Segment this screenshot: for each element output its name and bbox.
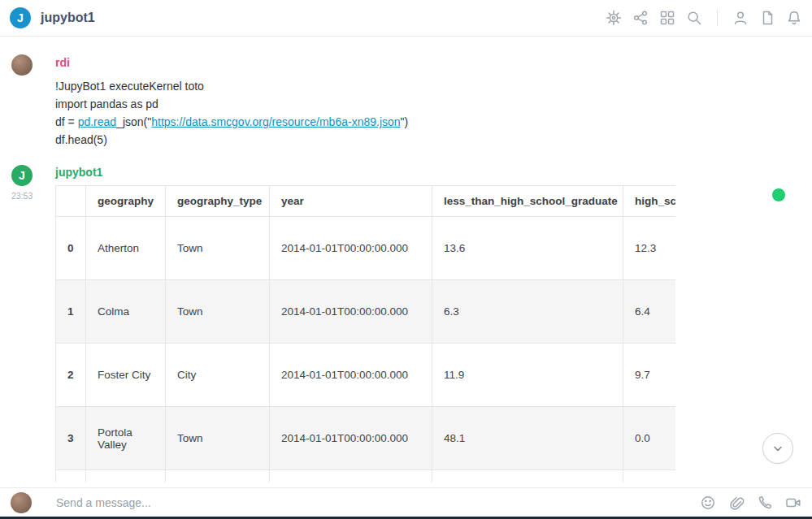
message-line-2: import pandas as pd xyxy=(55,95,408,113)
emoji-icon[interactable] xyxy=(700,495,716,511)
table-cell: 48.1 xyxy=(432,407,623,470)
channel-title: jupybot1 xyxy=(41,11,95,25)
table-cell: 11.9 xyxy=(432,344,623,407)
table-row: 0AthertonTown2014-01-01T00:00:00.00013.6… xyxy=(56,217,676,280)
rdi-username[interactable]: rdi xyxy=(55,56,70,69)
channel-avatar[interactable]: J xyxy=(10,7,31,28)
jupybot1-avatar-letter: J xyxy=(19,169,25,182)
apps-grid-icon[interactable] xyxy=(659,10,675,26)
column-header xyxy=(56,186,86,217)
table-cell xyxy=(623,470,676,483)
table-cell: Town xyxy=(166,217,270,280)
column-header: less_than_high_school_graduate xyxy=(432,186,623,217)
jump-to-recent-button[interactable] xyxy=(762,433,793,464)
rdi-message-body: !JupyBot1 executeKernel toto import pand… xyxy=(55,77,408,149)
message-timestamp: 23:53 xyxy=(11,191,33,201)
message-line-1: !JupyBot1 executeKernel toto xyxy=(55,77,408,95)
column-header: high_sc xyxy=(623,186,676,217)
search-icon[interactable] xyxy=(686,10,702,26)
table-cell: Town xyxy=(166,407,270,470)
table-cell xyxy=(270,470,432,483)
channel-header: J jupybot1 xyxy=(0,0,812,37)
table-cell xyxy=(56,470,86,483)
table-cell: 3 xyxy=(56,407,86,470)
message-line-3: df = pd.read_json("https://data.smcgov.o… xyxy=(55,113,408,131)
rdi-avatar[interactable] xyxy=(11,54,33,76)
message-line-4: df.head(5) xyxy=(55,131,408,149)
table-cell: 2014-01-01T00:00:00.000 xyxy=(270,217,432,280)
table-cell: 6.3 xyxy=(432,280,623,344)
table-cell: 2014-01-01T00:00:00.000 xyxy=(270,407,432,470)
table-cell: 2014-01-01T00:00:00.000 xyxy=(270,280,432,344)
column-header: year xyxy=(270,186,432,217)
code-text: _json(" xyxy=(116,115,151,128)
dataframe-body: 0AthertonTown2014-01-01T00:00:00.00013.6… xyxy=(56,217,676,483)
attachment-icon[interactable] xyxy=(728,495,745,511)
code-text: df = xyxy=(55,115,78,128)
video-icon[interactable] xyxy=(785,495,801,511)
table-cell: 2 xyxy=(56,344,86,407)
table-row: 2Foster CityCity2014-01-01T00:00:00.0001… xyxy=(56,344,676,407)
header-divider xyxy=(717,10,718,26)
column-header: geography xyxy=(86,186,166,217)
dataframe-table-container[interactable]: geographygeography_typeyearless_than_hig… xyxy=(55,185,675,482)
composer-actions xyxy=(700,495,801,511)
table-cell: 13.6 xyxy=(432,217,623,280)
channel-avatar-letter: J xyxy=(17,11,24,24)
bell-icon[interactable] xyxy=(786,10,802,26)
table-row: 1ColmaTown2014-01-01T00:00:00.0006.36.4 xyxy=(56,280,676,344)
header-toolbar xyxy=(606,10,802,26)
files-icon[interactable] xyxy=(759,10,775,26)
table-cell xyxy=(432,470,623,483)
share-icon[interactable] xyxy=(632,10,649,26)
dataset-url-link[interactable]: https://data.smcgov.org/resource/mb6a-xn… xyxy=(151,115,400,128)
dataframe-table: geographygeography_typeyearless_than_hig… xyxy=(55,185,675,482)
table-cell: 9.7 xyxy=(623,344,676,407)
message-input[interactable] xyxy=(56,496,700,509)
jupybot1-username[interactable]: jupybot1 xyxy=(55,166,102,179)
members-icon[interactable] xyxy=(732,10,749,26)
pd-read-link[interactable]: pd.read xyxy=(78,115,116,128)
table-row xyxy=(56,470,676,483)
chat-window: J jupybot1 xyxy=(0,0,812,519)
table-cell: Atherton xyxy=(86,217,166,280)
table-cell: 12.3 xyxy=(623,217,676,280)
jupybot1-avatar[interactable]: J xyxy=(11,165,33,186)
table-row: 3Portola ValleyTown2014-01-01T00:00:00.0… xyxy=(56,407,676,470)
table-cell: 1 xyxy=(56,280,86,344)
message-composer xyxy=(0,487,812,517)
phone-icon[interactable] xyxy=(757,495,773,511)
current-user-avatar[interactable] xyxy=(11,492,32,513)
table-cell: Portola Valley xyxy=(86,407,166,470)
table-cell: 2014-01-01T00:00:00.000 xyxy=(270,344,432,407)
gear-icon[interactable] xyxy=(606,10,622,26)
dataframe-header-row: geographygeography_typeyearless_than_hig… xyxy=(56,186,676,217)
table-cell: 6.4 xyxy=(623,280,676,344)
table-cell: Foster City xyxy=(86,344,166,407)
message-list[interactable]: rdi !JupyBot1 executeKernel toto import … xyxy=(0,37,812,487)
table-cell xyxy=(86,470,166,483)
unread-mention-badge[interactable] xyxy=(772,188,785,201)
table-cell xyxy=(166,470,270,483)
column-header: geography_type xyxy=(166,186,270,217)
table-cell: Town xyxy=(166,280,270,344)
table-cell: 0 xyxy=(56,217,86,280)
code-text: ") xyxy=(401,115,409,128)
table-cell: 0.0 xyxy=(623,407,676,470)
chevron-down-icon xyxy=(769,439,787,457)
table-cell: Colma xyxy=(86,280,166,344)
table-cell: City xyxy=(166,344,270,407)
